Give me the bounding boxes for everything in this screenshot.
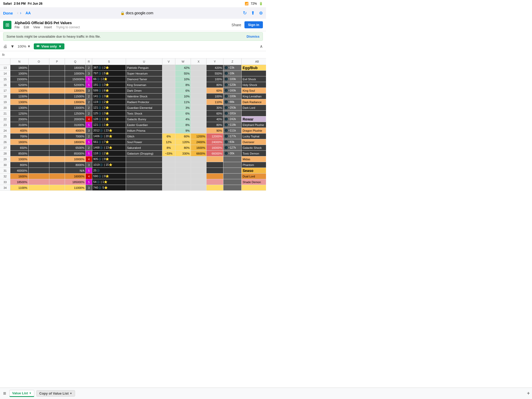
cell[interactable]	[162, 65, 175, 70]
cell[interactable]: 1600%	[10, 174, 29, 179]
col-header-n[interactable]: N	[10, 58, 29, 65]
dismiss-button[interactable]: Dismiss	[247, 35, 260, 38]
cell[interactable]: 18000%	[65, 139, 86, 145]
cell[interactable]: 12000%	[207, 134, 223, 139]
cell[interactable]	[49, 134, 65, 139]
col-header-x[interactable]: X	[191, 58, 207, 65]
cell-ab[interactable]: Toxic Demon	[242, 151, 266, 156]
cell[interactable]	[162, 99, 175, 105]
cell[interactable]	[49, 168, 65, 173]
cell[interactable]: 15000%	[10, 76, 29, 82]
cell-ab[interactable]: Lucky Tophat	[242, 134, 266, 139]
cell[interactable]	[162, 185, 175, 190]
cell-ab[interactable]: Midas	[242, 156, 266, 162]
cell[interactable]	[49, 179, 65, 185]
cell[interactable]: Easter Guardian	[126, 122, 162, 128]
cell[interactable]: 13000%	[65, 105, 86, 110]
cell[interactable]	[162, 111, 175, 116]
cell[interactable]: 191🌑 | 3⭐	[92, 82, 126, 88]
cell[interactable]	[191, 116, 207, 122]
cell[interactable]	[49, 139, 65, 145]
cell[interactable]: 1300%	[10, 88, 29, 93]
cell[interactable]	[49, 99, 65, 105]
cell[interactable]: 7000%	[65, 134, 86, 139]
cell[interactable]: 2000%	[10, 116, 29, 122]
cell[interactable]	[162, 82, 175, 88]
cell[interactable]	[207, 168, 223, 173]
cell[interactable]: 400%	[10, 128, 29, 133]
col-header-r[interactable]: R	[86, 58, 92, 65]
cell[interactable]	[29, 156, 49, 162]
menu-view[interactable]: View	[33, 25, 40, 29]
cell[interactable]	[49, 116, 65, 122]
cell[interactable]: 🌑~242k	[223, 116, 242, 122]
cell[interactable]	[223, 168, 242, 173]
col-header-v[interactable]: V	[162, 58, 175, 65]
cell[interactable]: 150000%	[65, 76, 86, 82]
cell[interactable]: 60%	[175, 134, 191, 139]
cell[interactable]	[49, 174, 65, 179]
cell[interactable]	[49, 162, 65, 168]
cell[interactable]: 54🌑 | 1⭐	[92, 179, 126, 185]
cell[interactable]: 10%	[175, 76, 191, 82]
cell[interactable]: Radiant Protector	[126, 99, 162, 105]
cell[interactable]: Dark Omen	[126, 88, 162, 93]
cell[interactable]	[162, 105, 175, 110]
cell-ab[interactable]: Evil Shock	[242, 76, 266, 82]
cell[interactable]	[29, 134, 49, 139]
cell[interactable]	[49, 128, 65, 133]
cell[interactable]: 3100%	[10, 122, 29, 128]
cell[interactable]: 20000%	[65, 116, 86, 122]
cell[interactable]: 🌑~23k	[223, 65, 242, 70]
cell[interactable]: 11%	[175, 99, 191, 105]
menu-edit[interactable]: Edit	[24, 25, 29, 29]
cell[interactable]	[29, 76, 49, 82]
cell[interactable]: Super Hexarium	[126, 71, 162, 76]
cell[interactable]: 🌑~120k	[223, 82, 242, 88]
cell[interactable]: 18000%	[65, 65, 86, 70]
cell[interactable]: 🌑~118k	[223, 122, 242, 128]
cell[interactable]: 700%	[10, 134, 29, 139]
cell[interactable]	[207, 179, 223, 185]
cell[interactable]: 4%	[175, 116, 191, 122]
share-doc-button[interactable]: Share	[231, 23, 241, 27]
cell[interactable]: Diamond Tamer	[126, 76, 162, 82]
col-header-w[interactable]: W	[175, 58, 191, 65]
cell-ab[interactable]: Holy Shock	[242, 82, 266, 88]
cell[interactable]: 6500%	[65, 145, 86, 150]
cell[interactable]	[126, 179, 162, 185]
cell[interactable]: 5	[86, 82, 92, 88]
cell[interactable]: 387🌑 | 2⭐	[92, 65, 126, 70]
cell[interactable]	[162, 71, 175, 76]
cell[interactable]	[29, 151, 49, 156]
cell[interactable]: 2	[86, 99, 92, 105]
cell[interactable]	[29, 122, 49, 128]
cell[interactable]: 5	[86, 122, 92, 128]
cell[interactable]: 🌑~127k	[223, 145, 242, 150]
cell[interactable]: 80%	[207, 82, 223, 88]
cell-ab[interactable]: Overseer	[242, 139, 266, 145]
cell-ab[interactable]: Seaso	[242, 168, 266, 173]
cell[interactable]	[29, 128, 49, 133]
cell[interactable]	[49, 145, 65, 150]
cell[interactable]	[49, 94, 65, 99]
col-header-z[interactable]: Z	[223, 58, 242, 65]
cell[interactable]: 5	[86, 139, 92, 145]
cell[interactable]: 420%	[207, 65, 223, 70]
cell[interactable]: 4000%	[65, 128, 86, 133]
cell[interactable]: 66🌑 | 2⭐	[92, 76, 126, 82]
cell[interactable]: 2012🌑 | 23⭐	[92, 128, 126, 133]
cell[interactable]: 1800%	[10, 139, 29, 145]
cell[interactable]: 31000%	[65, 122, 86, 128]
cell[interactable]	[162, 179, 175, 185]
signin-button[interactable]: Sign in	[244, 21, 263, 28]
cell[interactable]: 2	[86, 105, 92, 110]
cell[interactable]	[223, 179, 242, 185]
cell[interactable]: 2	[86, 145, 92, 150]
cell[interactable]: 1100%	[10, 185, 29, 190]
cell[interactable]: 8500%	[10, 151, 29, 156]
cell-ab[interactable]: Egg/Bub	[242, 65, 266, 70]
cell[interactable]: 1000%	[10, 156, 29, 162]
cell[interactable]: 🌑~100k	[223, 94, 242, 99]
cell[interactable]: 119🌑 | 2⭐	[92, 99, 126, 105]
